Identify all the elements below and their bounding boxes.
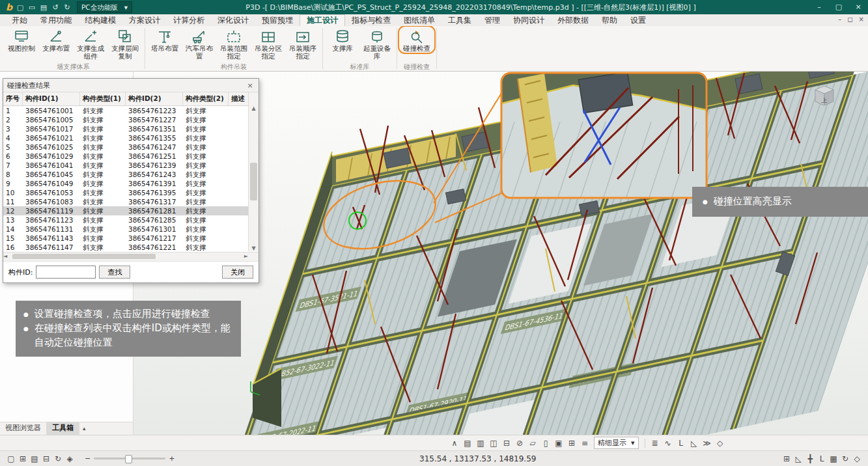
viewport-single-icon[interactable]: ▢	[5, 454, 17, 463]
marker-icon[interactable]: ◇	[714, 437, 727, 449]
zoom-thumb[interactable]	[125, 455, 132, 463]
display-grid-icon[interactable]: ⊞	[781, 454, 792, 463]
dock-tab-toolbox[interactable]: 工具箱	[47, 422, 79, 435]
menu-tab-9[interactable]: 指标与检查	[345, 15, 397, 26]
find-button[interactable]: 查找	[99, 266, 130, 279]
column-header[interactable]: 构件ID(1)	[23, 92, 80, 105]
menu-tab-4[interactable]: 方案设计	[122, 15, 167, 26]
table-icon[interactable]: ▦	[828, 454, 839, 463]
viewport-horizontal-icon[interactable]: ▤	[29, 454, 40, 463]
table-row[interactable]: 138654761001斜支撑38654761223斜支撑	[3, 106, 259, 115]
table-row[interactable]: 1638654761147斜支撑38654761221斜支撑	[3, 243, 259, 252]
table-row[interactable]: 1038654761053斜支撑38654761395斜支撑	[3, 188, 259, 197]
view-style-4-icon[interactable]: ⊟	[500, 437, 513, 449]
maximize-button[interactable]: ▢	[829, 0, 848, 14]
ribbon-button-hoist-order[interactable]: 吊装顺序指定	[286, 27, 320, 60]
app-logo-icon[interactable]: b	[4, 2, 14, 12]
layers-icon[interactable]: ≡	[578, 437, 591, 449]
child-close-button[interactable]: ×	[859, 16, 864, 23]
save-icon[interactable]: ▤	[38, 3, 49, 12]
table-row[interactable]: 338654761017斜支撑38654761351斜支撑	[3, 124, 259, 133]
zoom-out-icon[interactable]: −	[85, 454, 91, 463]
undo-icon[interactable]: ↺	[49, 3, 61, 12]
angle-icon[interactable]: L	[675, 437, 688, 449]
menu-tab-10[interactable]: 图纸清单	[397, 15, 441, 26]
column-header[interactable]: 序号	[3, 92, 23, 105]
column-header[interactable]: 构件类型(1)	[80, 92, 126, 105]
table-row[interactable]: 1538654761143斜支撑38654761217斜支撑	[3, 234, 259, 243]
view-style-1-icon[interactable]: ▤	[461, 437, 474, 449]
minimize-button[interactable]: –	[809, 0, 829, 14]
viewport-grid-icon[interactable]: ⊞	[17, 454, 29, 463]
ortho-icon[interactable]: ◺	[792, 454, 804, 463]
solid-view-icon[interactable]: ▣	[552, 437, 565, 449]
sketch-icon[interactable]: ▱	[526, 437, 539, 449]
table-row[interactable]: 438654761021斜支撑38654761355斜支撑	[3, 133, 259, 143]
view-style-2-icon[interactable]: ▥	[474, 437, 487, 449]
grid-view-icon[interactable]: ⊞	[565, 437, 578, 449]
menu-tab-15[interactable]: 帮助	[595, 15, 624, 26]
section-icon[interactable]: ⊘	[513, 437, 526, 449]
menu-tab-3[interactable]: 结构建模	[78, 15, 122, 26]
column-header[interactable]: 描述	[229, 92, 249, 105]
scroll-down-icon[interactable]: ▼	[249, 245, 259, 251]
expand-panel-icon[interactable]: ∧	[448, 437, 461, 449]
menu-tab-1[interactable]: 开始	[5, 15, 34, 26]
ribbon-button-hoist-range[interactable]: 吊装范围指定	[217, 27, 251, 60]
view-style-3-icon[interactable]: ◫	[487, 437, 500, 449]
viewport-vertical-icon[interactable]: ⊟	[40, 454, 52, 463]
table-row[interactable]: 538654761025斜支撑38654761247斜支撑	[3, 143, 259, 152]
refresh-icon[interactable]: ↻	[52, 454, 64, 463]
table-row[interactable]: 638654761029斜支撑38654761251斜支撑	[3, 152, 259, 161]
menu-tab-16[interactable]: 设置	[624, 15, 652, 26]
component-id-input[interactable]	[36, 266, 96, 279]
column-header[interactable]: 构件类型(2)	[183, 92, 229, 105]
display-mode-dropdown[interactable]: 精细显示 ▾	[594, 437, 639, 449]
ribbon-button-crane-library[interactable]: 起重设备库	[360, 27, 394, 60]
measure-icon[interactable]: ◺	[688, 437, 701, 449]
zoom-in-icon[interactable]: +	[169, 454, 175, 463]
settings-icon[interactable]: ◇	[851, 454, 863, 463]
menu-tab-5[interactable]: 计算分析	[167, 15, 211, 26]
column-view-icon[interactable]: ▯	[539, 437, 552, 449]
open-file-icon[interactable]: ▭	[26, 3, 38, 12]
menu-tab-2[interactable]: 常用功能	[34, 15, 78, 26]
table-row-selected[interactable]: 1238654761119斜支撑38654761281斜支撑	[3, 206, 259, 215]
ribbon-button-truck-crane[interactable]: 汽车吊布置	[182, 27, 216, 60]
dock-tab-view-browser[interactable]: 视图浏览器	[0, 422, 47, 435]
menu-tab-14[interactable]: 外部数据	[551, 15, 595, 26]
ribbon-button-support-copy[interactable]: 支撑层间复制	[108, 27, 142, 60]
nav-cube[interactable]: 上	[815, 86, 833, 105]
ribbon-button-hoist-zone[interactable]: 吊装分区指定	[251, 27, 285, 60]
zoom-slider[interactable]: − +	[85, 454, 175, 463]
scrollbar-thumb[interactable]	[250, 163, 257, 200]
forward-icon[interactable]: ≫	[701, 437, 714, 449]
scroll-right-icon[interactable]: ►	[244, 253, 248, 260]
ribbon-button-support-generate[interactable]: 支撑生成组件	[74, 27, 107, 60]
child-restore-button[interactable]: ◻	[847, 16, 852, 23]
column-header[interactable]: 构件ID(2)	[126, 92, 183, 105]
edition-selector[interactable]: PC全功能版 ▾	[77, 1, 132, 13]
ribbon-button-support-library[interactable]: 支撑库	[326, 27, 359, 52]
menu-tab-11[interactable]: 工具集	[441, 15, 478, 26]
table-row[interactable]: 838654761045斜支撑38654761243斜支撑	[3, 170, 259, 179]
dialog-close-icon[interactable]: ×	[245, 81, 255, 90]
new-file-icon[interactable]: ▢	[14, 3, 26, 12]
ribbon-button-collision-check[interactable]: 碰撞检查	[400, 27, 434, 52]
menu-tab-12[interactable]: 管理	[478, 15, 507, 26]
table-row[interactable]: 1138654761083斜支撑38654761317斜支撑	[3, 197, 259, 206]
regen-icon[interactable]: ↻	[839, 454, 851, 463]
child-minimize-button[interactable]: –	[838, 16, 841, 23]
table-row[interactable]: 238654761005斜支撑38654761227斜支撑	[3, 115, 259, 124]
snap-icon[interactable]: ◈	[64, 454, 76, 463]
menu-tab-7[interactable]: 预留预埋	[255, 15, 300, 26]
curve-icon[interactable]: ∿	[662, 437, 675, 449]
zoom-track[interactable]	[94, 458, 165, 459]
close-dialog-button[interactable]: 关闭	[222, 266, 253, 279]
table-row[interactable]: 1438654761131斜支撑38654761301斜支撑	[3, 225, 259, 234]
scroll-left-icon[interactable]: ◄	[3, 253, 7, 259]
ribbon-button-support-layout[interactable]: 支撑布置	[39, 27, 73, 52]
menu-tab-13[interactable]: 协同设计	[507, 15, 551, 26]
ribbon-button-view-control[interactable]: 视图控制	[5, 27, 38, 52]
table-row[interactable]: 738654761041斜支撑38654761239斜支撑	[3, 161, 259, 170]
